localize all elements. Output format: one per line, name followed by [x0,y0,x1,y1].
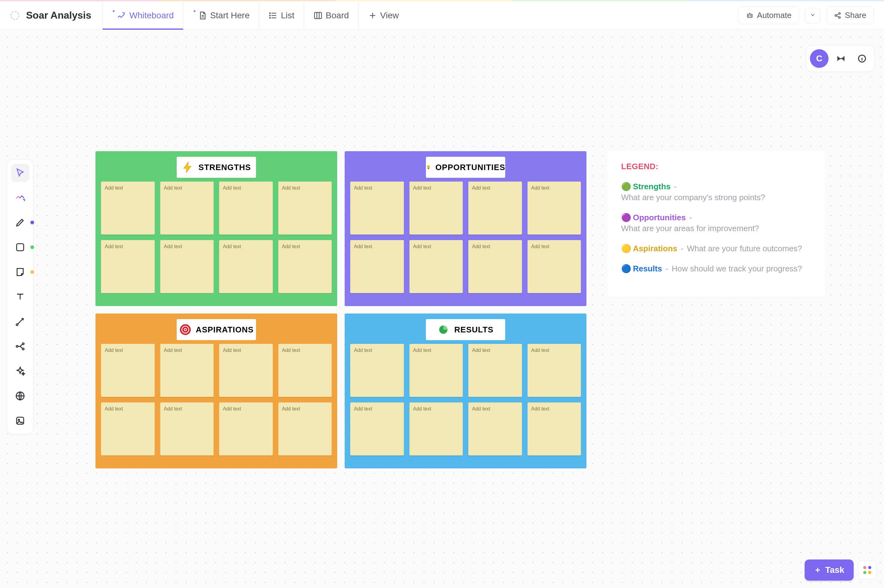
sticky-grid: Add text Add text Add text Add text Add … [101,344,332,455]
panel-title: ASPIRATIONS [196,325,254,334]
tab-board[interactable]: Board [304,1,358,29]
sticky-placeholder: Add text [472,348,490,353]
sticky-note[interactable]: Add text [528,182,581,234]
panel-strengths[interactable]: STRENGTHS Add text Add text Add text Add… [95,151,337,306]
tab-add-view[interactable]: View [358,1,408,29]
tool-cursor[interactable] [11,164,29,182]
sticky-note[interactable]: Add text [468,182,522,234]
sticky-placeholder: Add text [413,348,431,353]
avatar[interactable]: C [810,49,828,68]
tool-ai[interactable] [11,362,29,380]
status-circle-icon[interactable] [11,11,19,20]
tool-sticky[interactable] [11,263,29,281]
tab-label: List [281,10,295,21]
sticky-placeholder: Add text [105,348,123,353]
sticky-placeholder: Add text [472,185,490,190]
tool-shape[interactable] [11,238,29,256]
tool-color-indicator [30,220,34,224]
tool-image[interactable] [11,412,29,430]
tab-whiteboard[interactable]: ✦ Whiteboard [102,1,183,29]
square-icon [15,242,26,252]
sticky-note[interactable]: Add text [160,240,214,293]
sticky-note[interactable]: Add text [160,402,214,455]
sticky-placeholder: Add text [282,185,300,190]
svg-point-22 [185,329,186,330]
tool-trend[interactable] [11,189,29,207]
legend-dot-icon: 🟣 [621,213,631,222]
tool-branch[interactable] [11,338,29,356]
sticky-placeholder: Add text [354,348,372,353]
info-button[interactable] [853,50,870,67]
tab-start-here[interactable]: ✦ Start Here [183,1,259,29]
sticky-note[interactable]: Add text [409,402,463,455]
sticky-note[interactable]: Add text [528,402,581,455]
sticky-note[interactable]: Add text [278,402,332,455]
new-task-button[interactable]: Task [805,560,854,580]
panel-header: STRENGTHS [177,157,256,178]
legend-sep: - [672,182,679,192]
sticky-note[interactable]: Add text [278,240,332,293]
sticky-note[interactable]: Add text [278,344,332,397]
sticky-note[interactable]: Add text [101,240,155,293]
sticky-note[interactable]: Add text [219,402,273,455]
sticky-note[interactable]: Add text [278,182,332,234]
fit-width-button[interactable] [832,50,849,67]
sticky-placeholder: Add text [413,406,431,411]
svg-point-13 [22,343,24,345]
sticky-note[interactable]: Add text [101,402,155,455]
automate-caret[interactable] [805,8,821,23]
sticky-placeholder: Add text [354,406,372,411]
sticky-note[interactable]: Add text [409,344,463,397]
sticky-placeholder: Add text [164,348,182,353]
tool-connector[interactable] [11,313,29,330]
sticky-placeholder: Add text [164,406,182,411]
tool-pen[interactable] [11,213,29,231]
target-icon [179,323,192,336]
sticky-note[interactable]: Add text [219,182,273,234]
tab-list[interactable]: List [259,1,304,29]
sticky-note[interactable]: Add text [101,344,155,397]
panel-aspirations[interactable]: ASPIRATIONS Add text Add text Add text A… [95,314,337,468]
sticky-placeholder: Add text [164,244,182,249]
sticky-note[interactable]: Add text [350,240,404,293]
svg-point-5 [749,15,749,16]
sticky-note[interactable]: Add text [468,344,522,397]
sticky-note[interactable]: Add text [350,344,404,397]
tool-text[interactable] [11,288,29,306]
sticky-note[interactable]: Add text [101,182,155,234]
bulb-icon [426,161,431,174]
tool-web[interactable] [11,387,29,405]
sticky-note[interactable]: Add text [219,344,273,397]
sticky-note[interactable]: Add text [350,402,404,455]
sticky-note[interactable]: Add text [409,240,463,293]
svg-rect-3 [314,12,322,19]
sticky-note[interactable]: Add text [409,182,463,234]
share-button[interactable]: Share [827,6,873,24]
legend-item-strengths: 🟢 Strengths - What are your company's st… [621,182,812,202]
sticky-grid: Add text Add text Add text Add text Add … [350,182,581,293]
panel-opportunities[interactable]: OPPORTUNITIES Add text Add text Add text… [345,151,586,306]
sticky-note[interactable]: Add text [468,240,522,293]
panel-results[interactable]: RESULTS Add text Add text Add text Add t… [345,314,586,468]
sticky-note[interactable]: Add text [160,182,214,234]
cursor-icon [15,168,26,178]
svg-point-6 [750,15,751,16]
sticky-note[interactable]: Add text [219,240,273,293]
automate-button[interactable]: Automate [739,6,798,24]
legend-dot-icon: 🔵 [621,264,631,273]
page-title: Soar Analysis [26,10,91,21]
svg-point-12 [16,345,18,347]
sticky-note[interactable]: Add text [160,344,214,397]
doc-icon [198,11,207,20]
panel-header: ASPIRATIONS [177,319,256,340]
sticky-placeholder: Add text [223,348,241,353]
sticky-note[interactable]: Add text [528,240,581,293]
apps-button[interactable] [858,561,876,579]
sticky-note[interactable]: Add text [350,182,404,234]
sticky-placeholder: Add text [282,244,300,249]
sticky-note[interactable]: Add text [468,402,522,455]
sticky-note[interactable]: Add text [528,344,581,397]
list-icon [268,11,278,20]
whiteboard-canvas[interactable]: C STRENGTHS Add text Add text Add text A… [0,30,884,588]
legend-term: Opportunities [633,213,686,222]
